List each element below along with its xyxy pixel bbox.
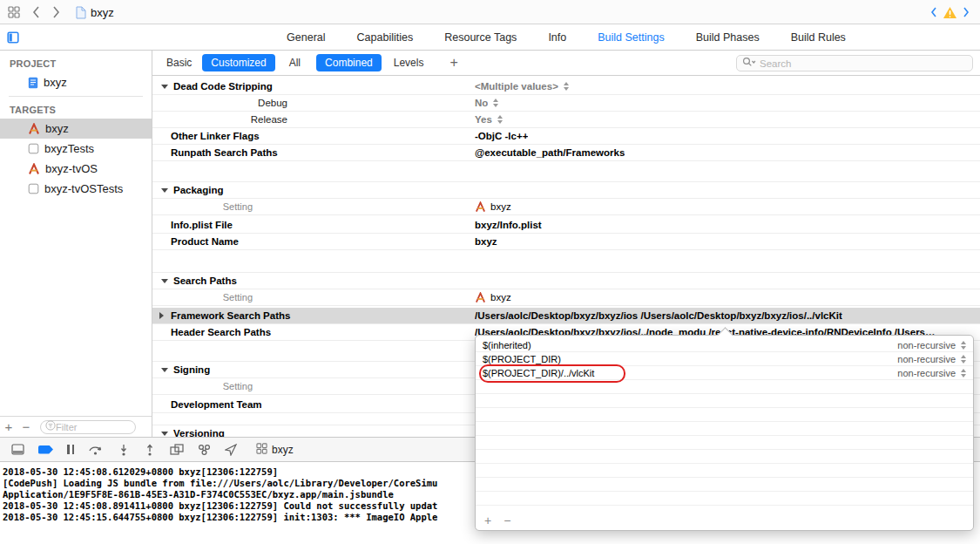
step-over-icon[interactable] — [88, 444, 104, 456]
search-input[interactable] — [760, 58, 967, 69]
tab-capabilities[interactable]: Capabilities — [357, 31, 414, 44]
scope-all[interactable]: All — [286, 54, 304, 71]
setting-row-runpath-search-paths[interactable]: Runpath Search Paths @executable_path/Fr… — [152, 145, 980, 161]
test-bundle-icon — [28, 143, 39, 154]
tab-general[interactable]: General — [287, 31, 325, 44]
simulate-location-icon[interactable] — [225, 444, 237, 456]
add-build-setting-button[interactable]: + — [449, 55, 457, 71]
setting-value[interactable]: @executable_path/Frameworks — [475, 147, 975, 158]
search-field[interactable] — [736, 55, 973, 71]
window-grid-icon[interactable] — [8, 0, 20, 24]
recursion-mode[interactable]: non-recursive — [897, 340, 956, 350]
disclosure-triangle-icon[interactable] — [159, 312, 164, 319]
tab-info[interactable]: Info — [548, 31, 566, 44]
sidebar-item-label: bxyz-tvOSTests — [44, 182, 123, 195]
project-editor-icon[interactable] — [7, 31, 19, 46]
scope-basic[interactable]: Basic — [163, 54, 195, 71]
setting-row-other-linker-flags[interactable]: Other Linker Flags -ObjC -lc++ — [152, 128, 980, 145]
setting-value[interactable]: Yes — [475, 114, 975, 125]
window-title: bxyz — [86, 0, 114, 24]
setting-label: Runpath Search Paths — [171, 147, 278, 158]
section-gap — [152, 161, 980, 182]
prev-issue-icon[interactable] — [930, 0, 937, 24]
path-row-vlckit[interactable]: $(PROJECT_DIR)/../vlcKit non-recursive — [476, 366, 973, 380]
mode-stepper[interactable] — [961, 369, 966, 377]
section-gap — [152, 250, 980, 273]
disclosure-triangle-icon[interactable] — [161, 279, 168, 283]
mode-stepper[interactable] — [961, 355, 966, 364]
setting-value[interactable]: -ObjC -lc++ — [475, 131, 975, 141]
value-stepper[interactable] — [497, 115, 503, 124]
next-issue-icon[interactable] — [963, 0, 970, 24]
tab-build-settings[interactable]: Build Settings — [598, 31, 664, 44]
process-picker[interactable]: bxyz — [256, 443, 294, 457]
setting-value[interactable]: /Users/aolc/Desktop/bxyz/bxyz/ios /Users… — [475, 310, 975, 321]
setting-label: Product Name — [171, 236, 239, 247]
config-label: Debug — [152, 98, 287, 108]
warning-icon[interactable] — [943, 0, 957, 24]
setting-row-framework-search-paths[interactable]: Framework Search Paths /Users/aolc/Deskt… — [152, 308, 980, 324]
editor-tab-bar: General Capabilities Resource Tags Info … — [0, 24, 980, 51]
filter-input[interactable] — [56, 422, 125, 432]
mode-stepper[interactable] — [961, 341, 966, 350]
sidebar-target-bxyz-tvostests[interactable]: bxyz-tvOSTests — [0, 179, 152, 199]
setting-value[interactable]: bxyz — [475, 236, 975, 247]
pause-icon[interactable] — [67, 445, 74, 454]
setting-row-info-plist-file[interactable]: Info.plist File bxyz/Info.plist — [152, 217, 980, 234]
tab-build-rules[interactable]: Build Rules — [791, 31, 846, 44]
setting-row-release[interactable]: Release Yes — [152, 112, 980, 128]
empty-path-row[interactable] — [476, 450, 973, 464]
back-chevron-icon[interactable] — [32, 0, 40, 24]
empty-path-row[interactable] — [476, 422, 973, 436]
path-row-project-dir[interactable]: $(PROJECT_DIR) non-recursive — [476, 352, 973, 366]
sidebar-target-bxyz-tvos[interactable]: bxyz-tvOS — [0, 159, 152, 179]
empty-path-row[interactable] — [476, 492, 973, 506]
disclosure-triangle-icon[interactable] — [161, 85, 168, 89]
setting-column-header: Setting — [152, 292, 253, 303]
step-out-icon[interactable] — [144, 444, 156, 456]
remove-target-button[interactable]: − — [17, 418, 35, 436]
setting-row-dead-code-stripping[interactable]: Dead Code Stripping <Multiple values> — [152, 78, 980, 95]
sidebar-target-bxyztests[interactable]: bxyzTests — [0, 139, 152, 159]
setting-value[interactable]: No — [475, 98, 975, 108]
setting-row-debug[interactable]: Debug No — [152, 95, 980, 112]
empty-path-row[interactable] — [476, 380, 973, 394]
empty-path-row[interactable] — [476, 436, 973, 450]
sidebar-item-project-bxyz[interactable]: bxyz — [0, 72, 152, 92]
breakpoints-toggle-icon[interactable] — [38, 445, 53, 454]
tab-resource-tags[interactable]: Resource Tags — [444, 31, 517, 44]
recursion-mode[interactable]: non-recursive — [897, 368, 956, 378]
add-path-button[interactable]: + — [484, 513, 491, 527]
sidebar-filter-field[interactable] — [40, 420, 136, 434]
scope-levels[interactable]: Levels — [390, 54, 428, 71]
empty-path-row[interactable] — [476, 464, 973, 478]
step-into-icon[interactable] — [118, 444, 130, 456]
remove-path-button[interactable]: − — [504, 513, 510, 527]
add-target-button[interactable]: + — [0, 418, 17, 436]
setting-value[interactable]: bxyz/Info.plist — [475, 220, 975, 230]
disclosure-triangle-icon[interactable] — [161, 188, 168, 193]
recursion-mode[interactable]: non-recursive — [897, 354, 956, 364]
disclosure-triangle-icon[interactable] — [161, 368, 168, 372]
empty-path-row[interactable] — [476, 478, 973, 492]
setting-row-product-name[interactable]: Product Name bxyz — [152, 234, 980, 250]
scope-customized[interactable]: Customized — [202, 54, 274, 71]
filter-icon — [45, 420, 56, 433]
section-header-packaging[interactable]: Packaging — [152, 182, 980, 199]
sidebar-footer: + − — [0, 416, 152, 437]
disclosure-triangle-icon[interactable] — [161, 432, 168, 436]
tab-build-phases[interactable]: Build Phases — [696, 31, 760, 44]
value-stepper[interactable] — [564, 82, 569, 91]
setting-value[interactable]: <Multiple values> — [475, 81, 975, 92]
empty-path-row[interactable] — [476, 408, 973, 422]
empty-path-row[interactable] — [476, 394, 973, 408]
hide-debug-area-icon[interactable] — [11, 444, 24, 455]
value-stepper[interactable] — [493, 99, 498, 107]
section-header-search-paths[interactable]: Search Paths — [152, 273, 980, 289]
sidebar-target-bxyz[interactable]: bxyz — [0, 119, 152, 139]
view-debugger-icon[interactable] — [170, 444, 184, 456]
memory-graph-icon[interactable] — [198, 444, 211, 456]
setting-label: Info.plist File — [171, 220, 233, 230]
scope-combined[interactable]: Combined — [316, 54, 382, 71]
forward-chevron-icon[interactable] — [52, 0, 60, 24]
